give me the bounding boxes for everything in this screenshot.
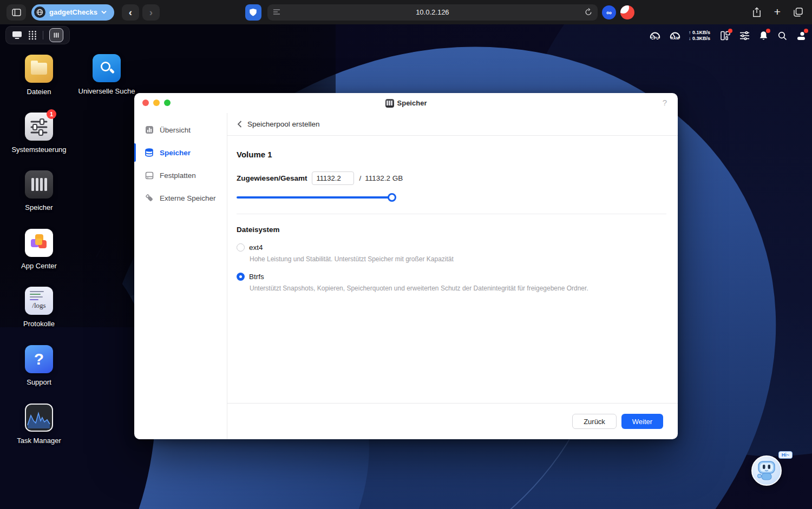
allocation-row: Zugewiesen/Gesamt / 11132.2 GB bbox=[237, 171, 666, 185]
network-speed[interactable]: ↑ 0.1KB/s ↓ 0.3KB/s bbox=[689, 30, 710, 42]
taskbar-divider bbox=[43, 31, 43, 39]
browser-back-button[interactable]: ‹ bbox=[122, 4, 139, 21]
hdd-icon bbox=[145, 171, 154, 180]
sidebar-item-speicher[interactable]: Speicher bbox=[134, 141, 227, 164]
universal-search-icon bbox=[93, 54, 121, 82]
user-notification-dot bbox=[804, 29, 808, 33]
storage-app-icon bbox=[385, 99, 394, 108]
close-window-button[interactable] bbox=[142, 100, 149, 106]
radio-ext4[interactable] bbox=[237, 243, 245, 252]
capacity-slider[interactable] bbox=[237, 193, 395, 202]
window-sidebar: Übersicht Speicher Festplatten bbox=[134, 113, 227, 439]
storage-icon bbox=[25, 170, 53, 199]
usb-drive-icon bbox=[145, 194, 154, 202]
screen: gadgetChecks ‹ › 10.0.2.126 ∞ + bbox=[0, 0, 812, 509]
maximize-window-button[interactable] bbox=[164, 100, 171, 106]
taskbar-storage-app-icon[interactable] bbox=[49, 28, 63, 42]
radio-option-btrfs[interactable]: Btrfs bbox=[237, 273, 666, 281]
sidebar-item-uebersicht[interactable]: Übersicht bbox=[134, 118, 227, 141]
address-bar[interactable]: 10.0.2.126 bbox=[267, 4, 598, 21]
desktop-icon-speicher[interactable]: Speicher bbox=[0, 170, 80, 211]
tab-group-pill[interactable]: gadgetChecks bbox=[31, 4, 114, 21]
net-upload: ↑ 0.1KB/s bbox=[689, 30, 710, 36]
help-question-icon: ? bbox=[25, 345, 53, 373]
total-capacity: 11132.2 GB bbox=[365, 174, 403, 182]
logs-icon-text: /logs bbox=[25, 301, 53, 310]
task-queue-icon[interactable] bbox=[738, 29, 750, 42]
next-button[interactable]: Weiter bbox=[621, 414, 663, 429]
share-icon[interactable] bbox=[750, 4, 763, 20]
sidebar-item-festplatten[interactable]: Festplatten bbox=[134, 164, 227, 187]
bell-notification-dot bbox=[766, 29, 770, 33]
infinity-extension-icon[interactable]: ∞ bbox=[602, 5, 616, 19]
cpu-monitor-icon[interactable]: CPU bbox=[649, 31, 662, 40]
user-account-icon[interactable] bbox=[795, 29, 807, 42]
desktop-icon-task-manager[interactable]: Task Manager bbox=[0, 404, 80, 445]
filesystem-title: Dateisystem bbox=[237, 226, 666, 234]
search-icon[interactable] bbox=[776, 29, 788, 42]
app-center-icon bbox=[25, 229, 53, 257]
volumes-icon bbox=[145, 148, 154, 157]
system-tray: CPU RAM ↑ 0.1KB/s ↓ 0.3KB/s bbox=[649, 26, 807, 45]
allocated-label: Zugewiesen/Gesamt bbox=[237, 174, 307, 182]
folder-icon bbox=[25, 55, 53, 83]
allocated-input[interactable] bbox=[312, 171, 354, 185]
wizard-header: Speicherpool erstellen bbox=[227, 113, 678, 136]
ram-monitor-icon[interactable]: RAM bbox=[669, 31, 682, 40]
overview-icon bbox=[145, 125, 154, 134]
allocation-separator: / bbox=[359, 174, 362, 182]
assistant-bubble: Hi~ bbox=[778, 451, 793, 459]
app-launcher-icon[interactable] bbox=[28, 30, 37, 40]
widgets-notification-dot bbox=[728, 29, 732, 33]
sidebar-item-externe-speicher[interactable]: Externe Speicher bbox=[134, 187, 227, 209]
password-extension-icon[interactable] bbox=[245, 4, 261, 21]
minimize-window-button[interactable] bbox=[153, 100, 160, 106]
window-titlebar[interactable]: Speicher ? bbox=[134, 93, 678, 113]
new-tab-button[interactable]: + bbox=[771, 4, 784, 20]
widgets-icon[interactable] bbox=[719, 29, 731, 42]
desktop-icon-app-center[interactable]: App Center bbox=[0, 229, 80, 270]
notification-badge: 1 bbox=[47, 109, 56, 119]
slider-handle[interactable] bbox=[388, 193, 396, 202]
globe-icon bbox=[34, 6, 45, 18]
radio-btrfs[interactable] bbox=[237, 273, 245, 281]
ext4-description: Hohe Leistung und Stabilität. Unterstütz… bbox=[250, 255, 666, 263]
back-button[interactable]: Zurück bbox=[572, 414, 617, 429]
task-manager-icon bbox=[25, 404, 53, 432]
wizard-footer: Zurück Weiter bbox=[227, 403, 678, 439]
url-text: 10.0.2.126 bbox=[280, 8, 585, 16]
reader-icon[interactable] bbox=[273, 9, 280, 16]
tab-group-label: gadgetChecks bbox=[49, 8, 97, 16]
browser-forward-button[interactable]: › bbox=[142, 4, 160, 21]
radio-option-ext4[interactable]: ext4 bbox=[237, 243, 666, 252]
slider-track[interactable] bbox=[237, 196, 395, 199]
taskbar bbox=[5, 26, 70, 44]
browser-toolbar: gadgetChecks ‹ › 10.0.2.126 ∞ + bbox=[0, 0, 812, 24]
control-panel-icon: 1 bbox=[25, 113, 53, 141]
breadcrumb: Speicherpool erstellen bbox=[247, 120, 320, 128]
window-help-button[interactable]: ? bbox=[663, 98, 667, 107]
browser-sidebar-toggle-icon[interactable] bbox=[6, 4, 26, 21]
desktop-icon-support[interactable]: ? Support bbox=[0, 345, 80, 386]
window-title: Speicher bbox=[385, 99, 427, 108]
wizard-body: Volume 1 Zugewiesen/Gesamt / 11132.2 GB bbox=[227, 136, 678, 403]
desktop: CPU RAM ↑ 0.1KB/s ↓ 0.3KB/s bbox=[0, 24, 812, 509]
storage-manager-window: Speicher ? Übersicht bbox=[134, 93, 678, 439]
assistant-robot-icon[interactable] bbox=[751, 455, 782, 486]
back-arrow-icon[interactable] bbox=[237, 120, 243, 128]
net-download: ↓ 0.3KB/s bbox=[689, 36, 710, 42]
logs-icon: /logs bbox=[25, 287, 53, 315]
section-divider bbox=[237, 214, 666, 214]
red-extension-icon[interactable] bbox=[620, 5, 634, 19]
notifications-bell-icon[interactable] bbox=[757, 29, 769, 42]
tab-overview-icon[interactable] bbox=[791, 4, 804, 20]
btrfs-description: Unterstützt Snapshots, Kopieren, Speiche… bbox=[250, 285, 666, 292]
volume-title: Volume 1 bbox=[237, 150, 666, 159]
desktop-icon-universelle-suche[interactable]: Universelle Suche bbox=[66, 54, 147, 95]
reload-icon[interactable] bbox=[585, 8, 592, 16]
desktop-icon-systemsteuerung[interactable]: 1 Systemsteuerung bbox=[0, 113, 80, 154]
assistant-widget[interactable]: Hi~ bbox=[751, 453, 785, 487]
chevron-down-icon bbox=[101, 10, 107, 14]
show-desktop-icon[interactable] bbox=[12, 31, 22, 39]
desktop-icon-protokolle[interactable]: /logs Protokolle bbox=[0, 287, 80, 328]
